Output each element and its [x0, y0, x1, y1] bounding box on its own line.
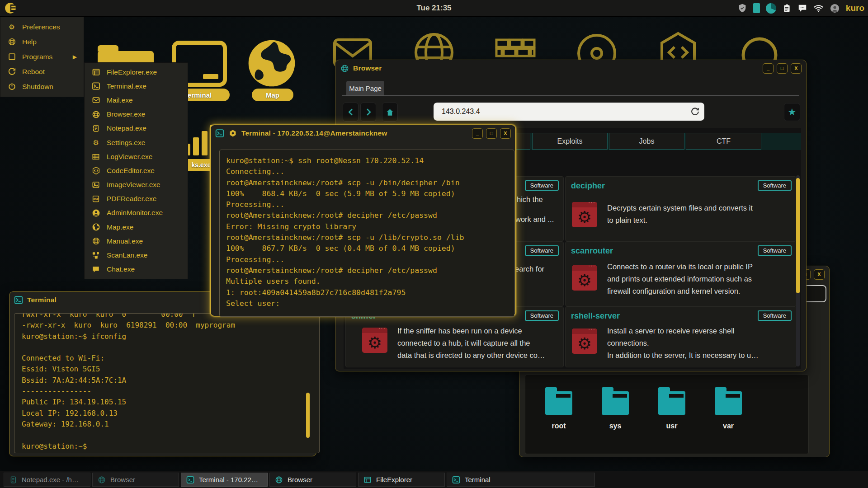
submenu-item-logviewer[interactable]: LogViewer.exe	[85, 150, 188, 164]
submenu-item-mail[interactable]: Mail.exe	[85, 93, 188, 107]
browser-titlebar[interactable]: Browser _ □ X	[335, 60, 806, 76]
submenu-item-browser[interactable]: Browser.exe	[85, 108, 188, 122]
taskbar-item-fileexplorer[interactable]: FileExplorer	[358, 473, 445, 487]
minimize-button[interactable]: _	[763, 63, 774, 74]
software-card-decipher[interactable]: Software decipher ⚙ Decrypts certain sys…	[565, 176, 797, 241]
submenu-item-label: PDFReader.exe	[107, 195, 156, 203]
terminal-line	[22, 430, 319, 441]
submenu-item-terminal[interactable]: Terminal.exe	[85, 79, 188, 93]
page-tab-ctf[interactable]: CTF	[686, 133, 761, 150]
back-button[interactable]	[343, 103, 359, 122]
taskbar: Notepad.exe - /h… Browser Terminal - 170…	[0, 471, 868, 488]
maximize-button[interactable]: □	[486, 128, 497, 139]
terminal-remote-titlebar[interactable]: Terminal - 170.220.52.14@Amerstaincknew …	[211, 125, 515, 141]
submenu-item-manual[interactable]: Manual.exe	[85, 234, 188, 248]
terminal-line: root@Amerstaincknew:/root# scp -u /lib/c…	[226, 232, 514, 243]
battery-icon[interactable]	[753, 3, 760, 13]
software-title: decipher	[571, 181, 605, 191]
menu-item-help[interactable]: Help	[0, 34, 84, 49]
svg-text:PDF: PDF	[93, 198, 99, 201]
taskbar-item-label: Browser	[288, 476, 312, 483]
folder-item[interactable]: root	[545, 391, 572, 430]
taskbar-item-label: Browser	[110, 476, 135, 483]
url-input[interactable]	[434, 103, 704, 121]
terminal-output[interactable]: rwxr-xr-x kuro kuro 0 00:00 f -rwxr-xr-x…	[14, 313, 320, 453]
user-avatar[interactable]	[830, 3, 840, 14]
submenu-item-imageviewer[interactable]: ImageViewer.exe	[85, 178, 188, 192]
close-button[interactable]: X	[500, 128, 511, 139]
taskbar-item-notepad[interactable]: Notepad.exe - /h…	[4, 473, 90, 487]
submenu-item-pdfreader[interactable]: PDF PDFReader.exe	[85, 192, 188, 206]
menu-item-preferences[interactable]: ⚙ Preferences	[0, 19, 84, 34]
minimize-button[interactable]: _	[472, 128, 483, 139]
home-button[interactable]	[382, 103, 398, 122]
folder-item[interactable]: sys	[602, 391, 629, 430]
terminal-line: 100% 867.7 KB/s 0 sec (0.4 MB of 0.4 MB …	[226, 243, 514, 254]
browser-tab-main-page[interactable]: Main Page	[346, 81, 384, 95]
forward-button[interactable]	[360, 103, 376, 122]
terminal-line: Essid: Viston_5GI5	[22, 364, 319, 375]
submenu-item-scanlan[interactable]: ScanLan.exe	[85, 248, 188, 262]
taskbar-item-label: Notepad.exe - /h…	[22, 476, 79, 483]
taskbar-item-terminal-remote[interactable]: Terminal - 170.22…	[181, 473, 268, 487]
folder-label: sys	[602, 422, 629, 430]
shield-icon[interactable]	[737, 3, 747, 13]
close-button[interactable]: X	[791, 63, 802, 74]
submenu-item-settings[interactable]: ⚙ Settings.exe	[85, 136, 188, 150]
window-title: Browser	[353, 64, 382, 72]
page-tab-jobs[interactable]: Jobs	[609, 133, 684, 150]
username[interactable]: kuro	[846, 3, 864, 13]
software-app-icon: ⚙	[572, 202, 597, 227]
window-icon	[7, 52, 16, 61]
bookmark-button[interactable]: ★	[784, 103, 800, 121]
terminal-output[interactable]: kuro@station:~$ ssh root@Nessn 170.220.5…	[219, 150, 514, 317]
page-scrollbar-thumb[interactable]	[796, 178, 800, 293]
desktop-map-label[interactable]: Map	[252, 89, 293, 101]
taskbar-item-terminal-local[interactable]: Terminal	[447, 473, 595, 487]
mail-icon	[91, 96, 100, 105]
submenu-item-label: AdminMonitor.exe	[107, 209, 163, 217]
chat-icon[interactable]	[797, 3, 807, 13]
page-scrollbar-track[interactable]	[796, 175, 800, 366]
taskbar-item-browser-1[interactable]: Browser	[92, 473, 179, 487]
person-icon	[91, 208, 100, 217]
submenu-item-codeeditor[interactable]: CodeEditor.exe	[85, 164, 188, 178]
menu-item-reboot[interactable]: Reboot	[0, 64, 84, 79]
software-card-scanrouter[interactable]: Software scanrouter ⚙ Connects to a rout…	[565, 241, 797, 306]
page-tab-exploits[interactable]: Exploits	[532, 133, 608, 150]
submenu-item-fileexplorer[interactable]: FileExplorer.exe	[85, 65, 188, 79]
folder-label: root	[545, 422, 572, 430]
software-badge: Software	[758, 310, 792, 321]
terminal-line: Public IP: 134.19.105.15	[22, 397, 319, 408]
clipboard-icon[interactable]	[782, 4, 792, 13]
software-badge: Software	[758, 180, 792, 191]
close-button[interactable]: X	[814, 269, 825, 280]
submenu-item-notepad[interactable]: Notepad.exe	[85, 122, 188, 136]
submenu-item-label: Manual.exe	[107, 237, 143, 245]
folder-label: var	[715, 422, 742, 430]
terminal-scrollbar[interactable]	[306, 393, 310, 438]
refresh-icon[interactable]	[690, 107, 700, 117]
maximize-button[interactable]: □	[777, 63, 788, 74]
desktop-map-icon[interactable]	[246, 38, 297, 89]
menu-item-programs[interactable]: Programs ▶	[0, 49, 84, 64]
terminal-line: 1: root:409a041459a8b27c716c80d481f2a795	[226, 287, 514, 298]
hexnut-icon	[228, 129, 237, 138]
folder-item[interactable]: var	[715, 391, 742, 430]
menu-item-label: Preferences	[22, 23, 60, 31]
software-title: rshell-server	[571, 311, 620, 321]
taskbar-item-label: FileExplorer	[376, 476, 412, 483]
submenu-item-map[interactable]: Map.exe	[85, 220, 188, 234]
menu-item-shutdown[interactable]: Shutdown	[0, 79, 84, 94]
taskbar-item-browser-2[interactable]: Browser	[269, 473, 356, 487]
chat-bubble-icon	[91, 265, 100, 274]
submenu-item-chat[interactable]: Chat.exe	[85, 263, 188, 277]
storage-pie-icon[interactable]	[766, 3, 776, 14]
wifi-icon[interactable]	[813, 3, 824, 14]
submenu-item-label: Chat.exe	[107, 265, 135, 273]
system-logo-icon[interactable]	[5, 2, 17, 14]
folder-icon	[715, 391, 742, 415]
software-card-rshell-server[interactable]: Software rshell-server ⚙ Install a serve…	[565, 306, 797, 367]
submenu-item-adminmonitor[interactable]: AdminMonitor.exe	[85, 206, 188, 220]
folder-item[interactable]: usr	[658, 391, 685, 430]
